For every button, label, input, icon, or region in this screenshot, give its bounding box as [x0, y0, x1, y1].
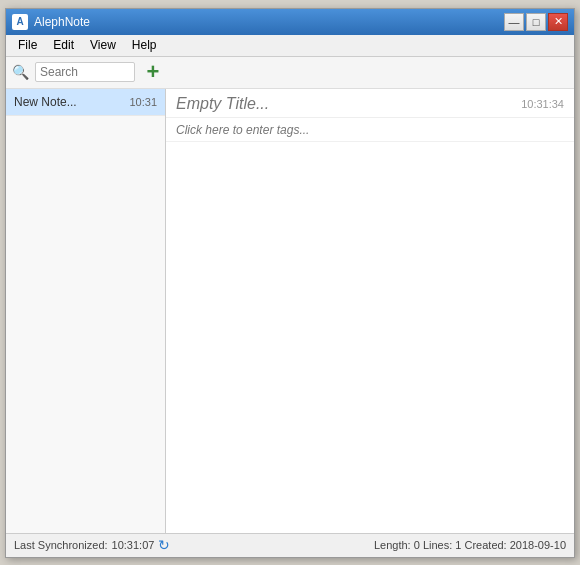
status-left: Last Synchronized: 10:31:07 ↻ — [14, 537, 170, 553]
window-controls: — □ ✕ — [504, 13, 568, 31]
note-tags-bar — [166, 118, 574, 142]
note-title-input[interactable] — [176, 95, 521, 113]
close-button[interactable]: ✕ — [548, 13, 568, 31]
sync-label: Last Synchronized: — [14, 539, 108, 551]
menubar: File Edit View Help — [6, 35, 574, 57]
window-title: AlephNote — [34, 15, 90, 29]
menu-help[interactable]: Help — [124, 37, 165, 54]
note-content-area — [166, 142, 574, 533]
statusbar: Last Synchronized: 10:31:07 ↻ Length: 0 … — [6, 533, 574, 557]
main-window: A AlephNote — □ ✕ File Edit View Help 🔍 … — [5, 8, 575, 558]
note-timestamp: 10:31:34 — [521, 98, 564, 110]
note-title-bar: 10:31:34 — [166, 89, 574, 118]
note-item-time: 10:31 — [129, 96, 157, 108]
sync-icon: ↻ — [158, 537, 170, 553]
title-bar-left: A AlephNote — [12, 14, 90, 30]
minimize-button[interactable]: — — [504, 13, 524, 31]
search-icon: 🔍 — [12, 64, 29, 80]
sync-time: 10:31:07 — [112, 539, 155, 551]
note-list: New Note... 10:31 — [6, 89, 166, 533]
menu-edit[interactable]: Edit — [45, 37, 82, 54]
note-item-title: New Note... — [14, 95, 77, 109]
toolbar: 🔍 + — [6, 57, 574, 89]
menu-view[interactable]: View — [82, 37, 124, 54]
search-input[interactable] — [35, 62, 135, 82]
note-list-item[interactable]: New Note... 10:31 — [6, 89, 165, 116]
note-stats: Length: 0 Lines: 1 Created: 2018-09-10 — [374, 539, 566, 551]
note-editor: 10:31:34 — [166, 89, 574, 533]
main-area: New Note... 10:31 10:31:34 — [6, 89, 574, 533]
maximize-button[interactable]: □ — [526, 13, 546, 31]
note-content-textarea[interactable] — [176, 150, 564, 525]
menu-file[interactable]: File — [10, 37, 45, 54]
app-icon: A — [12, 14, 28, 30]
title-bar: A AlephNote — □ ✕ — [6, 9, 574, 35]
add-note-button[interactable]: + — [141, 60, 165, 84]
note-tags-input[interactable] — [176, 123, 564, 137]
